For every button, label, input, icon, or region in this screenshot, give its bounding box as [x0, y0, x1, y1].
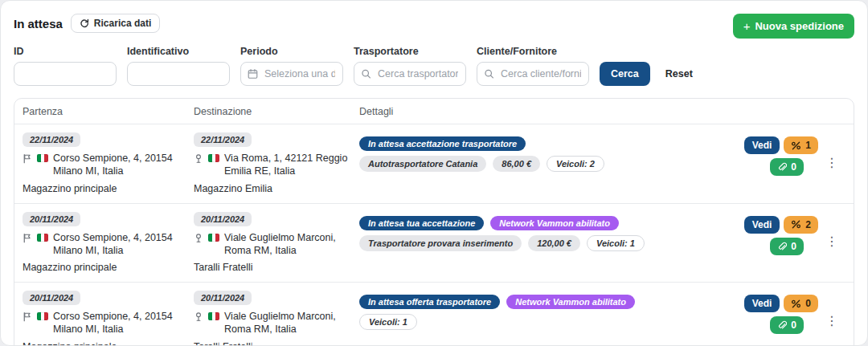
destination-address: Viale Guglielmo Marconi, Roma RM, Italia	[224, 231, 351, 258]
new-shipment-button[interactable]: + Nuova spedizione	[733, 14, 854, 39]
table-header: Partenza Destinazione Dettagli	[14, 99, 854, 124]
carrier-badge: Trasportatore provara inserimento	[359, 235, 522, 251]
italy-flag-icon	[208, 234, 219, 242]
status-badge: In attesa offerta trasportatore	[359, 295, 500, 309]
status-badge: In attesa accettazione trasportatore	[359, 136, 526, 151]
reset-button[interactable]: Reset	[661, 62, 698, 86]
in-attesa-panel: In attesa Ricarica dati + Nuova spedizio…	[0, 0, 868, 346]
search-icon	[484, 69, 494, 79]
offers-icon	[791, 299, 801, 308]
vehicles-badge: Veicoli: 1	[587, 235, 645, 251]
column-header-destinazione: Destinazione	[194, 99, 359, 124]
network-badge: Network Vammon abilitato	[490, 216, 619, 230]
carrier-badge: Autotrasportatore Catania	[359, 156, 486, 172]
attachments-count-badge[interactable]: 0	[770, 158, 804, 176]
italy-flag-icon	[208, 154, 219, 162]
offers-icon	[791, 141, 801, 150]
trasportatore-filter-label: Trasportatore	[354, 46, 466, 57]
departure-address: Corso Sempione, 4, 20154 Milano MI, Ital…	[53, 231, 186, 258]
vehicles-badge: Veicoli: 2	[547, 156, 604, 172]
paperclip-icon	[777, 320, 787, 330]
periodo-filter-label: Periodo	[240, 46, 343, 57]
destination-place-name: Magazzino Emilia	[194, 183, 351, 194]
destination-date-badge: 20/11/2024	[194, 291, 252, 305]
departure-place-name: Magazzino principale	[23, 262, 186, 273]
italy-flag-icon	[37, 312, 48, 320]
destination-address: Via Roma, 1, 42121 Reggio Emilia RE, Ita…	[224, 152, 351, 178]
destination-date-badge: 20/11/2024	[194, 212, 252, 226]
offers-count-badge[interactable]: 1	[784, 136, 818, 154]
italy-flag-icon	[37, 234, 48, 242]
table-row: 20/11/2024 Corso Sempione, 4, 20154 Mila…	[14, 283, 854, 346]
offers-count-badge[interactable]: 2	[784, 216, 818, 234]
pin-icon	[194, 233, 203, 243]
search-button[interactable]: Cerca	[600, 62, 650, 86]
filters-bar: ID Identificativo Periodo Trasportatore	[14, 46, 854, 86]
destination-address: Viale Guglielmo Marconi, Roma RM, Italia	[224, 310, 351, 336]
italy-flag-icon	[208, 312, 219, 320]
departure-date-badge: 20/11/2024	[23, 291, 80, 305]
shipments-table: Partenza Destinazione Dettagli 22/11/202…	[14, 98, 854, 346]
id-filter-label: ID	[14, 46, 117, 57]
departure-place-name: Magazzino principale	[23, 341, 186, 346]
column-header-partenza: Partenza	[23, 99, 194, 124]
kebab-menu-icon[interactable]: ⋮	[825, 234, 838, 248]
offers-icon	[791, 220, 801, 229]
view-button[interactable]: Vedi	[744, 136, 780, 154]
reload-data-button[interactable]: Ricarica dati	[71, 14, 160, 33]
destination-place-name: Taralli Fratelli	[194, 341, 351, 346]
identificativo-filter-label: Identificativo	[127, 46, 230, 57]
column-header-dettagli: Dettagli	[359, 99, 698, 124]
table-row: 20/11/2024 Corso Sempione, 4, 20154 Mila…	[14, 204, 854, 283]
search-icon	[361, 69, 371, 79]
flag-icon	[23, 311, 32, 322]
plus-icon: +	[743, 20, 751, 32]
view-button[interactable]: Vedi	[744, 216, 780, 234]
attachments-count-badge[interactable]: 0	[770, 238, 804, 255]
table-row: 22/11/2024 Corso Sempione, 4, 20154 Mila…	[14, 124, 854, 204]
price-badge: 120,00 €	[528, 235, 580, 251]
pin-icon	[194, 153, 203, 164]
destination-date-badge: 22/11/2024	[194, 132, 252, 147]
refresh-icon	[80, 18, 89, 28]
kebab-menu-icon[interactable]: ⋮	[825, 156, 838, 169]
calendar-icon	[248, 69, 258, 79]
departure-place-name: Magazzino principale	[23, 183, 186, 194]
italy-flag-icon	[37, 154, 48, 162]
status-badge: In attesa tua accettazione	[359, 216, 484, 230]
departure-date-badge: 20/11/2024	[23, 212, 80, 226]
offers-count-badge[interactable]: 0	[784, 295, 818, 312]
flag-icon	[23, 153, 32, 164]
page-title: In attesa	[14, 17, 63, 31]
departure-address: Corso Sempione, 4, 20154 Milano MI, Ital…	[53, 310, 186, 336]
destination-place-name: Taralli Fratelli	[194, 262, 351, 273]
departure-address: Corso Sempione, 4, 20154 Milano MI, Ital…	[53, 152, 186, 178]
flag-icon	[23, 233, 32, 243]
cliente-fornitore-filter-label: Cliente/Fornitore	[477, 46, 589, 57]
price-badge: 86,00 €	[493, 156, 540, 172]
pin-icon	[194, 311, 203, 322]
kebab-menu-icon[interactable]: ⋮	[825, 314, 838, 328]
identificativo-input[interactable]	[127, 62, 230, 86]
departure-date-badge: 22/11/2024	[23, 132, 80, 147]
network-badge: Network Vammon abilitato	[506, 295, 635, 309]
id-input[interactable]	[14, 62, 117, 86]
attachments-count-badge[interactable]: 0	[770, 316, 804, 334]
paperclip-icon	[777, 242, 787, 251]
paperclip-icon	[777, 162, 787, 172]
vehicles-badge: Veicoli: 1	[359, 314, 417, 330]
view-button[interactable]: Vedi	[744, 295, 780, 312]
